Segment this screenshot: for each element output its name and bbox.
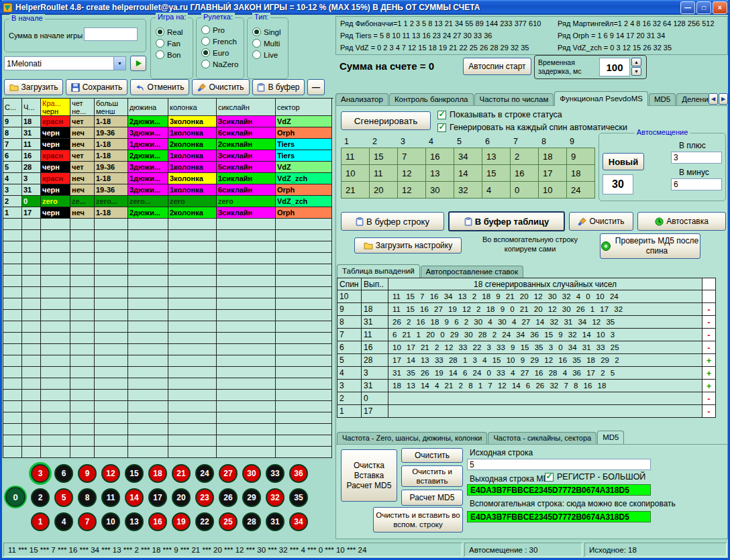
board-number-20[interactable]: 20 bbox=[172, 488, 191, 507]
board-number-1[interactable]: 1 bbox=[31, 512, 50, 531]
tab-bankroll[interactable]: Контроль банкролла bbox=[389, 93, 474, 106]
board-number-28[interactable]: 28 bbox=[242, 512, 261, 531]
board-number-2[interactable]: 2 bbox=[31, 488, 50, 507]
tab-analyzer[interactable]: Анализатор bbox=[335, 93, 388, 106]
board-number-33[interactable]: 33 bbox=[266, 464, 284, 483]
board-number-26[interactable]: 26 bbox=[219, 488, 238, 507]
tab-freq-sectors[interactable]: Частота - сиклайны, сектора bbox=[488, 432, 596, 444]
radio-pro[interactable]: Pro bbox=[197, 24, 244, 36]
board-number-4[interactable]: 4 bbox=[54, 512, 73, 531]
md5-clear-paste-helper-button[interactable]: Очистить и вставить во вспом. строку bbox=[373, 507, 463, 533]
tab-drop-table[interactable]: Таблица выпадений bbox=[337, 264, 420, 278]
md5-calc-button[interactable]: Расчет MD5 bbox=[401, 490, 463, 506]
radio-live[interactable]: Live bbox=[248, 49, 288, 60]
board-number-15[interactable]: 15 bbox=[125, 464, 144, 483]
board-number-32[interactable]: 32 bbox=[266, 488, 284, 507]
tab-psevdoms[interactable]: Функционал PsevdoMS bbox=[554, 91, 648, 106]
board-number-3[interactable]: 3 bbox=[31, 464, 50, 483]
checkbox-uppercase[interactable]: ✓ РЕГИСТР - БОЛЬШОЙ bbox=[545, 472, 645, 482]
check-md5-button[interactable]: Проверить МД5 после спина bbox=[600, 233, 700, 259]
to-buffer-button[interactable]: В буфер bbox=[252, 79, 305, 95]
board-number-23[interactable]: 23 bbox=[195, 488, 214, 507]
board-number-17[interactable]: 17 bbox=[148, 488, 167, 507]
board-number-34[interactable]: 34 bbox=[289, 512, 308, 531]
source-string-input[interactable] bbox=[467, 459, 651, 470]
board-number-12[interactable]: 12 bbox=[101, 464, 120, 483]
buffer-table-button[interactable]: В буфер таблицу bbox=[448, 211, 565, 231]
board-number-6[interactable]: 6 bbox=[54, 464, 73, 483]
tabs-scroll-left[interactable]: ◀ bbox=[709, 93, 718, 105]
board-number-29[interactable]: 29 bbox=[242, 488, 261, 507]
autobet-button[interactable]: Автоставка bbox=[637, 212, 726, 231]
board-number-19[interactable]: 19 bbox=[172, 512, 191, 531]
radio-real[interactable]: Real bbox=[151, 26, 193, 38]
radio-euro[interactable]: Euro bbox=[197, 47, 244, 58]
tabs-scroll-right[interactable]: ▶ bbox=[719, 93, 728, 105]
generate-button[interactable]: Сгенерировать bbox=[341, 111, 431, 130]
md5-clear-paste-button[interactable]: Очистить и вставить bbox=[401, 465, 463, 487]
board-zero[interactable]: 0 bbox=[5, 487, 25, 507]
board-number-14[interactable]: 14 bbox=[125, 488, 144, 507]
board-number-25[interactable]: 25 bbox=[219, 512, 238, 531]
board-number-13[interactable]: 13 bbox=[125, 512, 144, 531]
history-row: 20zeroze...zero...zero...zerozeroVdZ_zch bbox=[3, 196, 333, 207]
board-number-9[interactable]: 9 bbox=[78, 464, 97, 483]
buffer-row-button[interactable]: В буфер строку bbox=[341, 212, 444, 231]
minimize-button[interactable]: — bbox=[680, 1, 695, 14]
delay-spinner-up[interactable]: ▲ bbox=[631, 58, 641, 66]
board-number-16[interactable]: 16 bbox=[148, 512, 167, 531]
clear-button[interactable]: Очистить bbox=[192, 79, 250, 95]
board-number-30[interactable]: 30 bbox=[242, 464, 261, 483]
undo-button[interactable]: Отменить bbox=[130, 79, 189, 95]
autoshift-value-input[interactable] bbox=[603, 174, 633, 194]
delay-input[interactable] bbox=[599, 58, 630, 76]
board-number-36[interactable]: 36 bbox=[289, 464, 308, 483]
board-number-24[interactable]: 24 bbox=[195, 464, 214, 483]
collapse-button[interactable]: — bbox=[307, 79, 325, 95]
tab-frequencies[interactable]: Частоты по числам bbox=[474, 93, 554, 106]
board-number-11[interactable]: 11 bbox=[101, 488, 120, 507]
board-number-7[interactable]: 7 bbox=[78, 512, 97, 531]
plus-input[interactable] bbox=[671, 152, 722, 164]
board-number-31[interactable]: 31 bbox=[266, 512, 284, 531]
radio-nazero[interactable]: NaZero bbox=[197, 58, 244, 70]
checkbox-show-status[interactable]: ✓ Показывать в строке статуса bbox=[437, 110, 562, 119]
tab-division[interactable]: Деление ко... bbox=[676, 93, 709, 106]
tab-freq-chances[interactable]: Частота - Zero, шансы, дюжины, колонки bbox=[337, 432, 487, 444]
psevdo-clear-button[interactable]: Очистить bbox=[569, 212, 633, 231]
md5-helper-field[interactable]: E4DA3B7FBBCE2345D7772B0674A318D5 bbox=[467, 511, 651, 522]
radio-bon[interactable]: Bon bbox=[151, 49, 193, 60]
preset-select[interactable]: 1Melonati ▼ bbox=[4, 56, 126, 70]
tab-md5[interactable]: MD5 bbox=[649, 93, 676, 106]
load-settings-button[interactable]: Загрузить настройку bbox=[354, 237, 462, 254]
maximize-button[interactable]: □ bbox=[696, 1, 711, 14]
checkbox-auto-generate[interactable]: ✓ Генерировать на каждый спин автоматиче… bbox=[437, 123, 627, 132]
board-number-27[interactable]: 27 bbox=[219, 464, 238, 483]
save-button[interactable]: Сохранить bbox=[66, 79, 127, 95]
radio-fan[interactable]: Fan bbox=[151, 38, 193, 49]
load-button[interactable]: Загрузить bbox=[4, 79, 63, 95]
board-number-35[interactable]: 35 bbox=[289, 488, 308, 507]
minus-input[interactable] bbox=[671, 178, 722, 190]
delay-spinner-down[interactable]: ▼ bbox=[631, 67, 641, 76]
tab-auto-bets[interactable]: Автопроставление ставок bbox=[421, 266, 523, 278]
new-button[interactable]: Новый bbox=[603, 153, 644, 170]
board-number-10[interactable]: 10 bbox=[101, 512, 120, 531]
md5-big-button[interactable]: Очистка Вставка Расчет MD5 bbox=[341, 449, 397, 502]
md5-output-field[interactable]: E4DA3B7FBBCE2345D7772B0674A318D5 bbox=[467, 484, 651, 496]
autospin-start-button[interactable]: Автоспин старт bbox=[463, 58, 531, 75]
md5-clear-button[interactable]: Очистить bbox=[401, 448, 463, 463]
board-number-5[interactable]: 5 bbox=[54, 488, 73, 507]
board-number-21[interactable]: 21 bbox=[172, 464, 191, 483]
radio-french[interactable]: French bbox=[197, 36, 244, 47]
board-number-8[interactable]: 8 bbox=[78, 488, 97, 507]
close-button[interactable]: × bbox=[713, 1, 727, 14]
play-button[interactable] bbox=[130, 56, 146, 71]
board-number-18[interactable]: 18 bbox=[148, 464, 167, 483]
start-sum-input[interactable] bbox=[84, 27, 138, 41]
radio-singl[interactable]: Singl bbox=[248, 26, 288, 38]
radio-multi[interactable]: Multi bbox=[248, 38, 288, 49]
board-number-22[interactable]: 22 bbox=[195, 512, 214, 531]
tab-md5[interactable]: MD5 bbox=[597, 431, 624, 444]
chevron-down-icon[interactable]: ▼ bbox=[113, 57, 125, 70]
